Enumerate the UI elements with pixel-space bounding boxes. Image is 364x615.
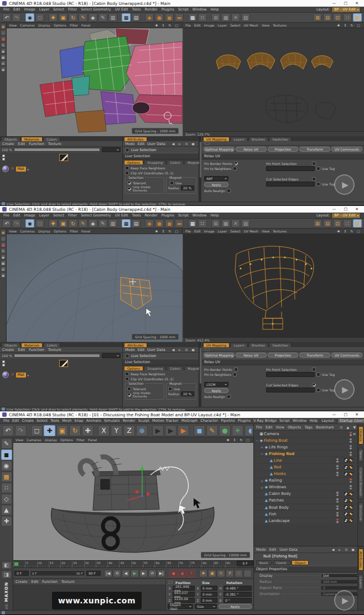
texture-menu-item[interactable]: Image	[204, 23, 215, 27]
sculpt-icon[interactable]: ▥	[108, 219, 117, 228]
attribute-tab[interactable]: Basic	[256, 560, 272, 565]
attribute-tab[interactable]: Coord.	[273, 560, 290, 565]
close-button[interactable]: ✕	[355, 206, 358, 213]
apply-button[interactable]: Apply	[204, 388, 228, 393]
size-mode-dropdown[interactable]: Size	[195, 604, 217, 609]
rotate-view-icon[interactable]: ↻	[238, 437, 245, 442]
viewport-menu-item[interactable]: Panel	[88, 438, 97, 442]
uv-relax-tool-icon[interactable]: ▩	[221, 219, 230, 228]
perspective-viewport[interactable]: ViewCamerasDisplayOptionsFilterPanel ✚↕↻…	[7, 23, 183, 136]
texture-menu-item[interactable]: UV Mesh	[244, 229, 258, 233]
material-name[interactable]: Mat	[16, 167, 26, 172]
lock-x-icon[interactable]: X	[98, 425, 110, 436]
object-tree-item[interactable]: Patches	[254, 498, 357, 504]
cube-mapping-icon[interactable]: ◆	[145, 219, 154, 228]
subdivision-surface-icon[interactable]: ●	[219, 425, 231, 436]
object-manager-menu-item[interactable]: Edit	[266, 425, 273, 430]
visibility-toggle-icon[interactable]	[335, 505, 340, 510]
panel-tab[interactable]: Objects	[1, 343, 20, 347]
viewport-menu-item[interactable]: Display	[38, 23, 50, 27]
options-tab[interactable]: Options	[124, 366, 143, 370]
frontal-mapping-icon[interactable]: ▬	[175, 219, 184, 228]
menu-item[interactable]: Simulate	[104, 418, 120, 423]
clip-uv-checkbox[interactable]	[125, 171, 129, 175]
menu-item[interactable]: Image	[24, 213, 35, 218]
polygons-mode-icon[interactable]: ▲	[1, 505, 12, 515]
uv-pack-icon[interactable]: ⊟	[323, 219, 332, 228]
zoom-view-icon[interactable]: ↕	[160, 23, 167, 28]
visibility-toggle-icon[interactable]	[349, 432, 353, 436]
materials-menu-item[interactable]: Texture	[48, 348, 61, 352]
attributes-menu-item[interactable]: Mode	[125, 348, 135, 352]
texture-menu-item[interactable]: File	[185, 229, 191, 233]
visibility-toggle-icon[interactable]	[335, 492, 340, 496]
uv-snap-icon[interactable]: ∷	[343, 13, 352, 22]
maximize-button[interactable]: ▢	[344, 411, 348, 418]
options-tab[interactable]: Snapping	[144, 366, 166, 370]
sphere-mapping-icon[interactable]: ●	[155, 219, 164, 228]
uv-align-icon[interactable]: ⊡	[333, 219, 342, 228]
move-tool-icon[interactable]: ✚	[1, 230, 6, 235]
uv-mapping-tab[interactable]: Layers	[230, 137, 248, 141]
clip-uv-checkbox[interactable]	[125, 377, 129, 381]
side-tab[interactable]: Content Browser	[358, 466, 363, 499]
material-expand-icon[interactable]: ▸	[28, 167, 29, 171]
auto-realign-checkbox[interactable]	[227, 395, 231, 399]
menu-item[interactable]: Filter	[68, 213, 77, 218]
menu-item[interactable]: Help	[210, 213, 219, 218]
uv-mapping-tab[interactable]: Brushes	[248, 137, 268, 141]
materials-menu-item[interactable]: Create	[2, 348, 14, 352]
materials-filter-dropdown[interactable]	[102, 147, 121, 152]
viewport-menu-item[interactable]: View	[9, 229, 17, 233]
uv-mode-icon[interactable]: ▦	[353, 13, 362, 22]
coordinate-mode-dropdown[interactable]: Object (Rel)	[168, 604, 193, 609]
materials-menu-item[interactable]: Function	[29, 348, 44, 352]
undo-icon[interactable]: ↶	[2, 13, 11, 22]
pen-icon[interactable]: ✎	[1, 42, 6, 48]
menu-item[interactable]: Plugins	[238, 418, 251, 423]
diamond-tool-icon[interactable]: ◆	[1, 48, 6, 54]
uv-mapping-tab[interactable]: Swatches	[269, 137, 292, 141]
uv-command-tab[interactable]: Transform	[299, 353, 330, 358]
previous-frame-button[interactable]: ◀	[122, 570, 130, 577]
object-tree-item[interactable]: − Fishing Rod	[254, 451, 357, 457]
redo-icon[interactable]: ↷	[12, 219, 21, 228]
menu-item[interactable]: Plugins	[162, 213, 174, 218]
uv-islands-scene[interactable]	[183, 28, 364, 131]
texture-menu-item[interactable]: File	[185, 23, 191, 27]
expand-toggle-icon[interactable]: +	[260, 479, 264, 483]
panel-tab[interactable]: Materials	[21, 343, 43, 347]
property-value-field[interactable]: 1	[321, 586, 361, 590]
uv-align-icon[interactable]: ⊡	[333, 13, 342, 22]
menu-item[interactable]: Window	[293, 418, 307, 423]
uv-terrace-icon[interactable]: ✕	[231, 13, 240, 22]
menu-item[interactable]: Layer	[39, 7, 49, 12]
texture-tag-icons[interactable]	[344, 499, 357, 503]
pan-view-icon[interactable]: ✚	[225, 437, 231, 442]
target-icon[interactable]: ◉	[1, 272, 6, 278]
layout-dropdown[interactable]: Startup (User)	[337, 418, 364, 424]
object-manager-menu-item[interactable]: File	[256, 425, 262, 430]
render-picture-viewer-icon[interactable]: ▶	[165, 425, 176, 436]
lasso-icon[interactable]: ◌	[1, 236, 6, 241]
uv-mapping-tab[interactable]: Swatches	[269, 343, 292, 347]
key-rotation-icon[interactable]: ↻	[217, 570, 225, 577]
grid-tool-icon[interactable]: ▦	[1, 54, 6, 60]
uv-command-tab[interactable]: Projection	[268, 147, 299, 152]
lock-y-icon[interactable]: Y	[111, 425, 122, 436]
sculpt-icon[interactable]: ▥	[108, 13, 117, 22]
fishing-boat-scene[interactable]	[13, 443, 253, 560]
materials-menu-item[interactable]: Function	[42, 580, 58, 584]
uv-wireframe-scene[interactable]	[183, 234, 364, 337]
menu-item[interactable]: File	[3, 7, 9, 12]
goto-end-button[interactable]: ▶|	[157, 570, 165, 577]
menu-item[interactable]: Tools	[50, 418, 59, 423]
soft-selection-icon[interactable]: ◌	[35, 219, 44, 228]
mirror-tool-icon[interactable]: ◆	[89, 13, 97, 22]
minimize-button[interactable]: —	[332, 206, 336, 213]
panel-grid-icon[interactable]	[205, 348, 210, 351]
menu-item[interactable]: File	[3, 418, 9, 423]
close-button[interactable]: ✕	[355, 411, 358, 418]
visibility-toggle-icon[interactable]	[335, 472, 340, 476]
pan-view-icon[interactable]: ✚	[336, 229, 342, 234]
